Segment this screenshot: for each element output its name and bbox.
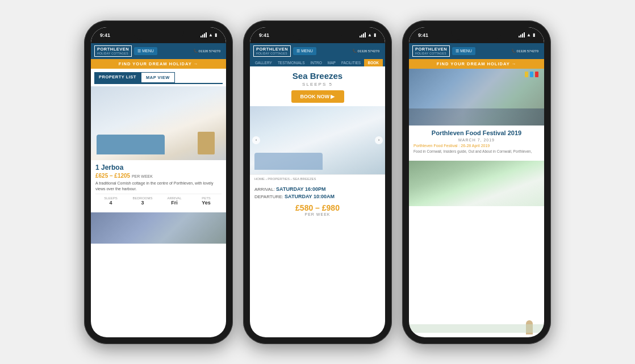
festival-image <box>409 69 544 125</box>
meta-bedrooms: BEDROOMS 3 <box>127 196 158 206</box>
status-bar-2: 9:41 ▲ ▮ <box>250 27 385 43</box>
phones-container: 9:41 ▲ ▮ PORTHLEVEN HOLIDAY COTTAGES <box>73 9 562 355</box>
menu-button-3[interactable]: ☰ MENU <box>452 47 475 55</box>
time-3: 9:41 <box>418 32 428 38</box>
phone-3: 9:41 ▲ ▮ PORTHLEVEN HOLIDAY COTTAGES <box>402 20 551 344</box>
meta-bedrooms-value: 3 <box>127 200 158 206</box>
property-content-1: 1 Jerboa £625 – £1205 PER WEEK A traditi… <box>91 160 226 210</box>
meta-pets-value: Yes <box>191 200 222 206</box>
battery-icon-3: ▮ <box>533 32 535 37</box>
tab-gallery[interactable]: GALLERY <box>252 59 275 66</box>
dream-banner-3[interactable]: FIND YOUR DREAM HOLIDAY → <box>409 59 544 69</box>
meta-arrival: ARRIVAL Fri <box>159 196 190 206</box>
wifi-icon: ▲ <box>208 32 213 37</box>
price-range-2: £580 – £980 <box>254 201 381 212</box>
arrival-info: ARRIVAL: SATURDAY 16:00PM DEPARTURE: SAT… <box>250 183 385 220</box>
next-image-button[interactable]: › <box>375 136 383 144</box>
status-icons-2: ▲ ▮ <box>360 32 376 37</box>
phone-button-3[interactable]: 📞 01326 574270 <box>509 47 541 55</box>
logo-1: PORTHLEVEN HOLIDAY COTTAGES <box>94 45 132 57</box>
battery-icon: ▮ <box>215 32 217 37</box>
tab-book[interactable]: BOOK <box>364 59 383 66</box>
festival-date: MARCH 7, 2019 <box>413 138 540 142</box>
tab-facilities[interactable]: FACILITIES <box>339 59 364 66</box>
signal-icon <box>200 32 207 37</box>
logo-sub-2: HOLIDAY COTTAGES <box>256 52 288 55</box>
menu-button-2[interactable]: ☰ MENU <box>293 47 316 55</box>
tab-map[interactable]: MAP <box>325 59 339 66</box>
bar1 <box>200 36 202 37</box>
sofa-decor <box>97 135 165 154</box>
logo-title-1: PORTHLEVEN <box>97 47 129 52</box>
logo-title-2: PORTHLEVEN <box>256 47 288 52</box>
menu-button-1[interactable]: ☰ MENU <box>134 47 157 55</box>
phone-2-screen: 9:41 ▲ ▮ PORTHLEVEN HOLIDAY COTTAGES <box>250 27 385 337</box>
phone-button-1[interactable]: 📞 01326 574270 <box>191 47 223 55</box>
phone-2: 9:41 ▲ ▮ PORTHLEVEN HOLIDAY COTTAGES <box>243 20 392 344</box>
phone-button-2[interactable]: 📞 01326 574270 <box>350 47 382 55</box>
departure-value: SATURDAY 10:00AM <box>285 194 335 199</box>
signal-icon-2 <box>360 32 366 37</box>
time-2: 9:41 <box>259 32 269 38</box>
crowd-decor <box>409 108 544 125</box>
wifi-icon-3: ▲ <box>527 32 531 37</box>
notch-1 <box>133 27 184 40</box>
phone-1: 9:41 ▲ ▮ PORTHLEVEN HOLIDAY COTTAGES <box>84 20 233 344</box>
status-icons-1: ▲ ▮ <box>200 32 217 37</box>
tab-testimonials[interactable]: TESTIMONIALS <box>275 59 308 66</box>
dream-banner-1[interactable]: FIND YOUR DREAM HOLIDAY → <box>91 59 226 69</box>
arrival-value: SATURDAY 16:00PM <box>276 186 325 192</box>
property-image-1 <box>91 86 226 160</box>
festival-subtitle: Porthleven Food Festival : 26-28 April 2… <box>413 144 540 148</box>
flags-decor <box>525 72 538 77</box>
logo-2: PORTHLEVEN HOLIDAY COTTAGES <box>253 45 291 57</box>
bar3 <box>204 34 205 37</box>
prev-image-button[interactable]: ‹ <box>252 136 260 144</box>
property-tabs: PROPERTY LIST MAP VIEW <box>94 72 223 84</box>
property-meta-1: SLEEPS 4 BEDROOMS 3 ARRIVAL Fri PETS Yes <box>95 194 222 206</box>
meta-pets: PETS Yes <box>191 196 222 206</box>
site-header-2: PORTHLEVEN HOLIDAY COTTAGES ☰ MENU 📞 013… <box>250 43 385 59</box>
fireplace-decor <box>198 132 215 154</box>
site-header-1: PORTHLEVEN HOLIDAY COTTAGES ☰ MENU 📞 013… <box>91 43 226 59</box>
logo-sub-3: HOLIDAY COTTAGES <box>415 52 447 55</box>
sea-title: Sea Breezes <box>250 66 385 82</box>
notch-2 <box>292 27 343 40</box>
breadcrumb: HOME › PROPERTIES › SEA BREEZES <box>250 174 385 183</box>
flowers-decor <box>409 324 544 333</box>
living-room-image: ‹ › <box>250 106 385 174</box>
status-icons-3: ▲ ▮ <box>519 32 535 37</box>
sea-sub: SLEEPS 5 <box>250 82 385 87</box>
status-bar-3: 9:41 ▲ ▮ <box>409 27 544 43</box>
property-name-1: 1 Jerboa <box>95 164 222 171</box>
tab-property-list[interactable]: PROPERTY LIST <box>94 72 141 83</box>
site-header-3: PORTHLEVEN HOLIDAY COTTAGES ☰ MENU 📞 013… <box>409 43 544 59</box>
tab-intro[interactable]: INTRO <box>308 59 325 66</box>
meta-sleeps-value: 4 <box>95 200 126 206</box>
arrival-line: ARRIVAL: SATURDAY 16:00PM <box>254 186 381 192</box>
departure-line: DEPARTURE: SATURDAY 10:00AM <box>254 194 381 199</box>
property-price-1: £625 – £1205 PER WEEK <box>95 173 222 179</box>
notch-3 <box>451 27 502 40</box>
status-bar-1: 9:41 ▲ ▮ <box>91 27 226 43</box>
festival-desc: Food in Cornwall, Insiders guide, Out an… <box>413 149 540 154</box>
logo-title-3: PORTHLEVEN <box>415 47 447 52</box>
tab-map-view[interactable]: MAP VIEW <box>141 72 175 83</box>
logo-sub-1: HOLIDAY COTTAGES <box>97 52 129 55</box>
logo-3: PORTHLEVEN HOLIDAY COTTAGES <box>412 45 450 57</box>
phone-3-screen: 9:41 ▲ ▮ PORTHLEVEN HOLIDAY COTTAGES <box>409 27 544 337</box>
nav-tabs-row: GALLERY TESTIMONIALS INTRO MAP FACILITIE… <box>250 59 385 66</box>
festival-title: Porthleven Food Festival 2019 <box>413 129 540 137</box>
property-image-2 <box>91 212 226 244</box>
signal-icon-3 <box>519 32 525 37</box>
book-now-button[interactable]: BOOK NOW ▶ <box>291 90 344 103</box>
bar4 <box>206 32 207 37</box>
festival-content: Porthleven Food Festival 2019 MARCH 7, 2… <box>409 125 544 161</box>
meta-arrival-value: Fri <box>159 200 190 206</box>
battery-icon-2: ▮ <box>374 32 376 37</box>
sofa-decor-2 <box>254 153 323 170</box>
phone-1-screen: 9:41 ▲ ▮ PORTHLEVEN HOLIDAY COTTAGES <box>91 27 226 337</box>
bar2 <box>202 35 203 37</box>
per-week-2: PER WEEK <box>254 212 381 216</box>
garden-image <box>409 161 544 206</box>
